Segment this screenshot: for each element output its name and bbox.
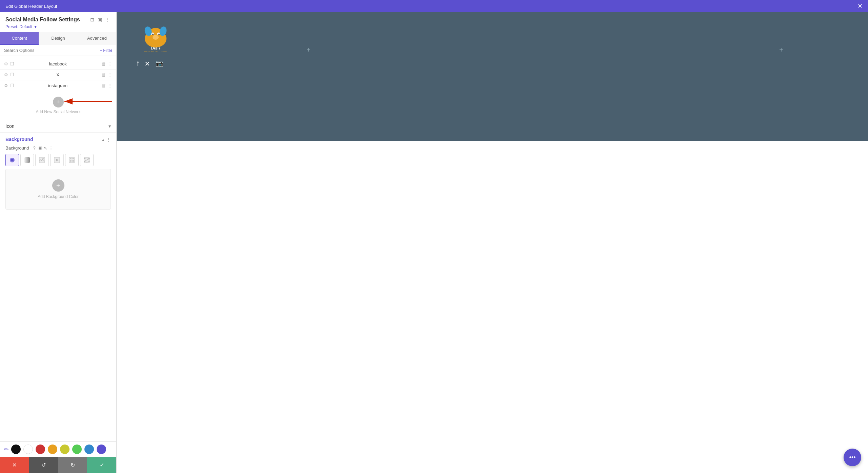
more-icon[interactable]: ⋮ <box>108 72 112 77</box>
bg-label: Background <box>5 145 29 151</box>
search-input[interactable] <box>4 48 97 53</box>
float-menu-button[interactable]: ••• <box>844 449 861 466</box>
top-bar-title: Edit Global Header Layout <box>5 4 57 9</box>
bg-device-icons: ▣ ↖ ⋮ <box>38 145 53 151</box>
more-options-icon[interactable]: ⋮ <box>106 137 111 142</box>
filter-button[interactable]: + Filter <box>100 48 112 53</box>
color-swatch-black[interactable] <box>11 445 21 454</box>
logo-svg: Dee's ORGANIC PET FOOD <box>137 22 174 53</box>
social-item-facebook-icons: ⚙ ❐ <box>4 61 14 66</box>
right-canvas: + + <box>117 12 868 473</box>
color-swatch-orange[interactable] <box>48 445 57 454</box>
svg-point-24 <box>152 34 154 35</box>
chevron-up-icon[interactable]: ▴ <box>102 137 104 142</box>
undo-button[interactable]: ↺ <box>29 457 58 473</box>
color-swatch-white[interactable] <box>23 445 33 454</box>
svg-point-6 <box>42 158 44 159</box>
bg-type-pattern[interactable] <box>65 154 79 166</box>
canvas-white <box>117 141 868 473</box>
cursor-icon[interactable]: ↖ <box>44 145 47 151</box>
social-icons-canvas: f ✕ 📷 <box>137 60 848 68</box>
panel-content: ⚙ ❐ facebook 🗑 ⋮ ⚙ ❐ X 🗑 ⋮ <box>0 56 116 441</box>
bg-type-image[interactable] <box>35 154 49 166</box>
icon-section-header[interactable]: Icon ▾ <box>0 120 116 132</box>
layout-icon[interactable]: ▣ <box>97 16 103 23</box>
social-item-x-icons: ⚙ ❐ <box>4 72 14 77</box>
svg-rect-15 <box>73 160 74 161</box>
bg-type-color[interactable] <box>5 154 19 166</box>
social-item-x-name: X <box>17 72 99 77</box>
add-network-area: + Add New Social Network <box>0 91 116 120</box>
facebook-icon-canvas[interactable]: f <box>137 60 139 68</box>
svg-text:Dee's: Dee's <box>151 46 160 51</box>
social-item-facebook-actions: 🗑 ⋮ <box>101 61 112 66</box>
cancel-button[interactable]: ✕ <box>0 457 29 473</box>
svg-point-3 <box>11 159 14 161</box>
preset-link[interactable]: Preset: Default ▼ <box>5 24 38 29</box>
background-section: Background ▴ ⋮ Background ? ▣ ↖ ⋮ <box>0 132 116 216</box>
background-row: Background ? ▣ ↖ ⋮ <box>5 145 111 151</box>
color-swatch-purple[interactable] <box>97 445 106 454</box>
svg-point-31 <box>148 42 152 45</box>
canvas-content: Dee's ORGANIC PET FOOD f ✕ 📷 <box>117 12 868 78</box>
save-button[interactable]: ✓ <box>87 457 116 473</box>
chevron-down-icon: ▾ <box>108 123 111 129</box>
social-item-x: ⚙ ❐ X 🗑 ⋮ <box>0 70 116 80</box>
social-item-facebook-name: facebook <box>17 61 99 66</box>
more-icon[interactable]: ⋮ <box>108 83 112 88</box>
color-swatch-blue[interactable] <box>84 445 94 454</box>
svg-rect-12 <box>73 158 74 159</box>
tab-design[interactable]: Design <box>39 32 77 45</box>
close-button[interactable]: ✕ <box>857 3 863 9</box>
svg-point-29 <box>153 35 159 40</box>
bg-type-mask[interactable] <box>80 154 94 166</box>
social-item-instagram: ⚙ ❐ instagram 🗑 ⋮ <box>0 80 116 91</box>
settings-icon[interactable]: ⊡ <box>90 16 95 23</box>
bg-type-video[interactable] <box>50 154 64 166</box>
add-network-button[interactable]: + <box>53 97 64 107</box>
add-bg-color-button[interactable]: + <box>52 179 64 192</box>
svg-rect-30 <box>151 42 161 44</box>
social-item-instagram-icons: ⚙ ❐ <box>4 83 14 88</box>
tab-advanced[interactable]: Advanced <box>78 32 116 45</box>
add-bg-color-area: + Add Background Color <box>5 169 111 210</box>
color-swatch-green[interactable] <box>72 445 82 454</box>
bg-type-tabs <box>5 154 111 166</box>
delete-icon[interactable]: 🗑 <box>101 72 106 77</box>
bg-type-gradient[interactable] <box>20 154 34 166</box>
color-swatch-red[interactable] <box>36 445 45 454</box>
copy-icon[interactable]: ❐ <box>10 83 14 88</box>
svg-rect-4 <box>24 157 30 163</box>
gear-icon[interactable]: ⚙ <box>4 72 8 77</box>
redo-button[interactable]: ↻ <box>58 457 87 473</box>
left-panel: Social Media Follow Settings ⊡ ▣ ⋮ Prese… <box>0 12 117 473</box>
background-header-icons: ▴ ⋮ <box>102 137 111 142</box>
svg-rect-18 <box>73 161 74 162</box>
canvas-plus-left[interactable]: + <box>307 46 311 54</box>
svg-point-32 <box>160 42 163 45</box>
monitor-icon[interactable]: ▣ <box>38 145 42 151</box>
search-row: + Filter <box>0 45 116 56</box>
add-bg-color-label: Add Background Color <box>38 194 79 199</box>
menu-icon[interactable]: ⋮ <box>49 145 53 151</box>
canvas-dark: + + <box>117 12 868 141</box>
gear-icon[interactable]: ⚙ <box>4 61 8 66</box>
delete-icon[interactable]: 🗑 <box>101 61 106 66</box>
help-icon[interactable]: ? <box>33 145 35 151</box>
social-item-instagram-name: instagram <box>17 83 99 88</box>
gear-icon[interactable]: ⚙ <box>4 83 8 88</box>
tab-content[interactable]: Content <box>0 32 39 45</box>
copy-icon[interactable]: ❐ <box>10 72 14 77</box>
pencil-icon[interactable]: ✏ <box>4 446 8 453</box>
more-icon[interactable]: ⋮ <box>108 61 112 66</box>
dots-icon: ••• <box>849 454 856 461</box>
copy-icon[interactable]: ❐ <box>10 61 14 66</box>
delete-icon[interactable]: 🗑 <box>101 83 106 88</box>
svg-rect-17 <box>72 161 73 162</box>
color-swatch-yellow[interactable] <box>60 445 70 454</box>
more-icon[interactable]: ⋮ <box>105 16 111 23</box>
canvas-plus-right[interactable]: + <box>779 46 783 54</box>
x-icon-canvas[interactable]: ✕ <box>144 60 150 68</box>
svg-point-25 <box>158 34 160 35</box>
instagram-icon-canvas[interactable]: 📷 <box>156 60 163 68</box>
